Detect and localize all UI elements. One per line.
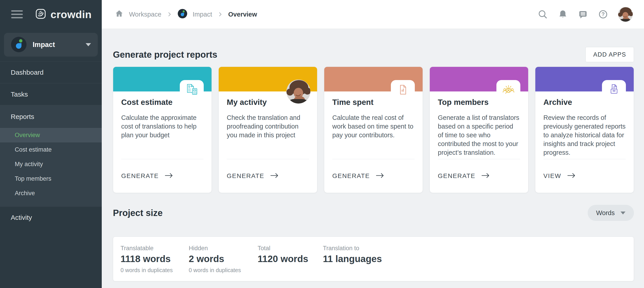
project-logo-icon <box>11 36 27 53</box>
sidebar-nav: Dashboard Tasks Reports Overview Cost es… <box>0 62 102 228</box>
sidebar-subitem-top-members[interactable]: Top members <box>0 172 102 186</box>
sidebar-reports-group: Reports Overview Cost estimate My activi… <box>0 105 102 206</box>
arrow-right-icon <box>481 172 490 179</box>
user-avatar[interactable] <box>618 7 633 22</box>
card-description: Check the translation and proofreading c… <box>227 113 309 140</box>
chevron-down-icon <box>620 212 626 214</box>
stat-total: Total 1120 words <box>258 245 323 281</box>
arrow-right-icon <box>376 172 384 179</box>
generate-button[interactable]: GENERATE <box>438 159 520 193</box>
project-logo-icon[interactable] <box>178 9 188 20</box>
card-description: Review the records of previously generat… <box>544 113 626 157</box>
chevron-right-icon <box>218 12 223 17</box>
generate-button[interactable]: GENERATE <box>121 159 204 193</box>
stat-value: 1120 words <box>258 254 323 264</box>
chevron-right-icon <box>167 12 172 17</box>
project-size-header: Project size Words <box>113 205 634 221</box>
invoice-calculator-icon: $ <box>180 83 204 96</box>
home-icon[interactable] <box>115 9 124 20</box>
project-size-panel: Translatable 1118 words 0 words in dupli… <box>113 236 634 281</box>
breadcrumb-workspace[interactable]: Workspace <box>129 11 162 18</box>
arrow-right-icon <box>164 172 173 179</box>
svg-text:?: ? <box>602 11 605 17</box>
help-icon[interactable]: ? <box>598 9 608 20</box>
card-title: Top members <box>438 98 520 107</box>
card-description: Generate a list of translators based on … <box>438 113 520 157</box>
sidebar-subitem-overview[interactable]: Overview <box>0 128 102 142</box>
stat-value: 1118 words <box>120 254 189 264</box>
card-title: Archive <box>544 98 626 107</box>
timesheet-icon <box>391 83 415 96</box>
search-icon[interactable] <box>538 9 548 20</box>
stat-label: Translation to <box>323 245 382 252</box>
stat-translatable: Translatable 1118 words 0 words in dupli… <box>120 245 189 281</box>
menu-button[interactable] <box>11 10 23 18</box>
generate-button[interactable]: GENERATE <box>332 159 414 193</box>
card-description: Calculate the real cost of work based on… <box>332 113 414 140</box>
archive-box-icon <box>602 83 626 96</box>
card-title: Time spent <box>332 98 414 107</box>
reports-header: Generate project reports ADD APPS <box>113 46 634 62</box>
members-search-icon <box>496 83 520 97</box>
arrow-right-icon <box>270 172 278 179</box>
notifications-icon[interactable] <box>558 9 568 20</box>
sidebar: Impact Dashboard Tasks Reports Overview … <box>0 28 102 288</box>
stat-value: 2 words <box>189 254 258 264</box>
topbar: crowdin Workspace <box>0 0 644 29</box>
sidebar-item-dashboard[interactable]: Dashboard <box>0 62 102 84</box>
sidebar-subitem-archive[interactable]: Archive <box>0 186 102 200</box>
stat-hidden: Hidden 2 words 0 words in duplicates <box>189 245 258 281</box>
card-title: Cost estimate <box>121 98 204 107</box>
svg-text:$: $ <box>188 85 190 88</box>
stat-subtext: 0 words in duplicates <box>189 267 258 274</box>
view-button[interactable]: VIEW <box>544 159 626 193</box>
arrow-right-icon <box>567 172 576 179</box>
stat-subtext: 0 words in duplicates <box>120 267 189 274</box>
brand-area: crowdin <box>0 0 102 29</box>
chevron-down-icon <box>86 43 91 46</box>
card-my-activity: My activity Check the translation and pr… <box>218 67 317 193</box>
stat-value: 11 languages <box>323 254 382 264</box>
crowdin-app: crowdin Workspace <box>0 0 644 288</box>
add-apps-button[interactable]: ADD APPS <box>586 47 634 62</box>
sidebar-item-tasks[interactable]: Tasks <box>0 84 102 105</box>
crowdin-logo[interactable]: crowdin <box>35 8 92 20</box>
stat-label: Translatable <box>120 245 189 252</box>
breadcrumb-current: Overview <box>228 11 257 18</box>
card-archive: Archive Review the records of previously… <box>535 67 634 193</box>
card-description: Calculate the approximate cost of transl… <box>121 113 204 140</box>
sidebar-subitem-cost-estimate[interactable]: Cost estimate <box>0 142 102 157</box>
messages-icon[interactable] <box>578 9 588 20</box>
sidebar-subitem-my-activity[interactable]: My activity <box>0 157 102 172</box>
stat-translation-to: Translation to 11 languages <box>323 245 382 281</box>
units-dropdown[interactable]: Words <box>588 205 634 221</box>
stat-label: Hidden <box>189 245 258 252</box>
user-avatar-photo <box>286 80 310 104</box>
generate-button[interactable]: GENERATE <box>227 159 309 193</box>
report-cards: $ Cost estimate Calculate the approximat… <box>113 67 634 193</box>
card-cost-estimate: $ Cost estimate Calculate the approximat… <box>113 67 212 193</box>
topbar-actions: ? <box>538 7 644 22</box>
sidebar-item-activity[interactable]: Activity <box>0 206 102 228</box>
card-time-spent: Time spent Calculate the real cost of wo… <box>324 67 423 193</box>
project-name: Impact <box>33 41 55 49</box>
breadcrumb: Workspace Impact Overview <box>115 9 257 20</box>
project-selector[interactable]: Impact <box>4 33 98 56</box>
crowdin-logo-icon <box>35 8 46 20</box>
sidebar-item-reports[interactable]: Reports <box>0 105 102 128</box>
breadcrumb-project[interactable]: Impact <box>193 11 212 18</box>
card-top-members: Top members Generate a list of translato… <box>430 67 528 193</box>
main-content: Generate project reports ADD APPS $ <box>102 28 644 288</box>
stat-label: Total <box>258 245 323 252</box>
crowdin-wordmark: crowdin <box>50 8 92 20</box>
page-title: Generate project reports <box>113 50 217 60</box>
project-size-title: Project size <box>113 208 162 218</box>
